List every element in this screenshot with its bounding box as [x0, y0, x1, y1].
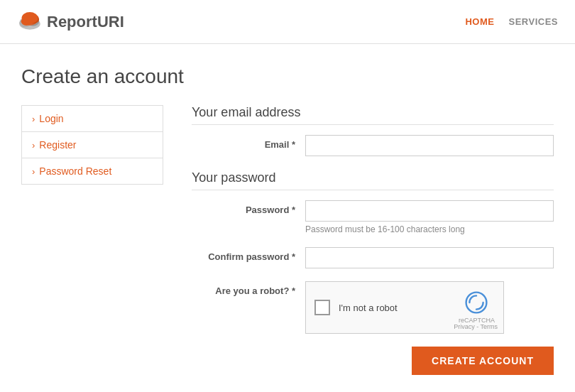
- recaptcha-icon: [465, 291, 488, 314]
- password-label: Password *: [192, 200, 305, 215]
- captcha-box[interactable]: I'm not a robot reCAPTCHA: [305, 281, 504, 334]
- email-label: Email *: [192, 135, 305, 150]
- captcha-footer: Privacy - Terms: [454, 323, 498, 330]
- robot-label: Are you a robot? *: [192, 281, 305, 296]
- sidebar-item-register[interactable]: › Register: [22, 132, 163, 158]
- email-group: Email *: [192, 135, 554, 156]
- captcha-right: reCAPTCHA: [459, 291, 495, 325]
- sidebar-item-login[interactable]: › Login: [22, 106, 163, 132]
- nav-services[interactable]: SERVICES: [508, 16, 558, 27]
- sidebar-item-label: Password Reset: [39, 165, 111, 177]
- email-field-wrap: [305, 135, 554, 156]
- password-group: Password * Password must be 16-100 chara…: [192, 200, 554, 234]
- sidebar-item-label: Register: [39, 139, 76, 151]
- password-hint: Password must be 16-100 characters long: [305, 224, 554, 234]
- password-section-title: Your password: [192, 170, 554, 190]
- svg-point-6: [22, 12, 38, 23]
- email-input[interactable]: [305, 135, 554, 156]
- sidebar-item-password-reset[interactable]: › Password Reset: [22, 158, 163, 184]
- submit-row: CREATE ACCOUNT: [192, 347, 554, 375]
- logo: ReportURI: [17, 12, 124, 32]
- create-account-button[interactable]: CREATE ACCOUNT: [412, 347, 554, 375]
- form-area: Your email address Email * Your password…: [192, 105, 554, 375]
- chevron-icon: ›: [32, 114, 35, 124]
- confirm-password-group: Confirm password *: [192, 247, 554, 268]
- password-field-wrap: Password must be 16-100 characters long: [305, 200, 554, 234]
- captcha-left: I'm not a robot: [314, 300, 398, 315]
- confirm-password-field-wrap: [305, 247, 554, 268]
- chevron-icon: ›: [32, 166, 35, 177]
- chevron-icon: ›: [32, 140, 35, 151]
- sidebar-item-label: Login: [39, 113, 63, 124]
- page-title: Create an account: [21, 65, 554, 88]
- sidebar: › Login › Register › Password Reset: [21, 105, 163, 185]
- confirm-password-input[interactable]: [305, 247, 554, 268]
- captcha-field-wrap: I'm not a robot reCAPTCHA: [305, 281, 554, 334]
- captcha-checkbox[interactable]: [314, 300, 330, 315]
- captcha-group: Are you a robot? * I'm not a robot: [192, 281, 554, 334]
- header: ReportURI HOME SERVICES: [0, 0, 575, 44]
- captcha-label: I'm not a robot: [339, 303, 398, 313]
- email-section-title: Your email address: [192, 105, 554, 125]
- confirm-password-label: Confirm password *: [192, 247, 305, 262]
- content-layout: › Login › Register › Password Reset Your…: [21, 105, 554, 375]
- password-input[interactable]: [305, 200, 554, 222]
- logo-icon: [17, 12, 43, 32]
- nav-home[interactable]: HOME: [465, 16, 494, 27]
- main-nav: HOME SERVICES: [465, 16, 558, 27]
- main-content: Create an account › Login › Register › P…: [0, 44, 575, 392]
- logo-text: ReportURI: [47, 13, 124, 31]
